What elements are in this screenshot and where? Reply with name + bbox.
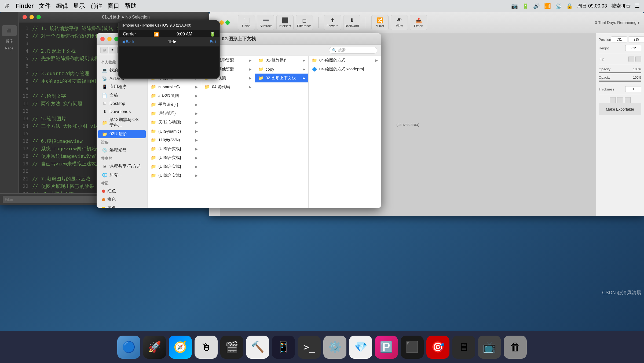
sketch-max[interactable] <box>225 20 230 25</box>
view-list-btn[interactable]: ≡ <box>109 47 116 53</box>
sidebar-item-course-share[interactable]: 🖥 课程共享-马方超 <box>98 162 146 170</box>
sidebar-item-02ui[interactable]: 📁 02UI进阶 <box>98 130 146 138</box>
dock-mouse[interactable]: 🖱 <box>195 336 218 359</box>
sidebar-tag-yellow[interactable]: 黄色 <box>98 204 146 208</box>
dock-finder[interactable]: 🔵 <box>117 336 140 359</box>
iphone-nav-back[interactable]: ◀ Back <box>122 39 134 44</box>
flip-v-button[interactable] <box>635 56 641 62</box>
y-input[interactable] <box>628 37 644 42</box>
dock-video2[interactable]: 🎯 <box>426 336 449 359</box>
col1-item-3[interactable]: 📁 rController}} ▶ <box>148 82 201 91</box>
dock-sketch[interactable]: 💎 <box>349 336 372 359</box>
dock-screen[interactable]: 🖥 <box>452 336 475 359</box>
lock-icon[interactable]: 🔒 <box>566 3 573 9</box>
col3-item-2[interactable]: 📁 02-图形上下文栈 ▶ <box>255 74 308 82</box>
sidebar-item-apps[interactable]: 📱 应用程序 <box>98 83 146 91</box>
finder-min[interactable] <box>107 37 112 41</box>
menu-edit[interactable]: 编辑 <box>56 2 68 10</box>
search-pinyin-label[interactable]: 搜索拼音 <box>611 3 631 9</box>
sidebar-item-blackhorse[interactable]: 📁 第13期黑马iOS学科... <box>98 116 146 130</box>
finder-search[interactable]: 🔍 搜索 <box>329 47 377 54</box>
sidebar-item-docs[interactable]: 📄 文稿 <box>98 91 146 100</box>
col1-item-4[interactable]: 📁 artz2D 绘图 ▶ <box>148 91 201 100</box>
menu-finder[interactable]: Finder <box>16 2 34 9</box>
col4-item-1[interactable]: 🔷 04-绘图的方式.xcodeproj <box>309 65 381 74</box>
sidebar-item-downloads[interactable]: ⬇ Downloads <box>98 108 146 115</box>
intersect-button[interactable]: ⬛ Intersect <box>276 15 294 30</box>
height-input[interactable] <box>625 45 641 51</box>
volume-icon[interactable]: 🔊 <box>533 3 540 9</box>
sidebar-item-remote-disc[interactable]: 💿 远程光盘 <box>98 146 146 154</box>
make-exportable-button[interactable]: Make Exportable <box>599 103 641 115</box>
menu-extra-icon[interactable]: ☰ <box>635 3 640 9</box>
export-button[interactable]: 📤 Export <box>410 15 427 30</box>
col1-item-8[interactable]: 📁 (UIGynamic) ▶ <box>148 127 201 136</box>
close-button[interactable] <box>23 15 27 19</box>
mirror-button[interactable]: 🔀 Mirror <box>371 15 389 30</box>
opacity2-value: 100% <box>633 76 641 79</box>
search-icon: 🔍 <box>332 48 336 52</box>
apple-menu[interactable]: ⌘ <box>4 3 9 9</box>
maximize-button[interactable] <box>36 15 41 19</box>
col1-item-9[interactable]: 📁 110天(SVN) ▶ <box>148 136 201 144</box>
col2-item-3[interactable]: 📁 04-源代码 ▶ <box>201 82 255 91</box>
col3-item-0[interactable]: 📁 01-矩阵操作 ▶ <box>255 56 308 65</box>
xcodeproj-icon: 🔷 <box>312 67 317 72</box>
menu-file[interactable]: 文件 <box>39 2 51 10</box>
iphone-nav-action[interactable]: Edit <box>210 39 216 44</box>
col4-item-0[interactable]: 📁 04-绘图的方式 ▶ <box>309 56 381 65</box>
wifi-icon[interactable]: 📶 <box>544 3 551 9</box>
bluetooth-icon[interactable]: 📡 <box>555 3 562 9</box>
col1-item-6[interactable]: 📁 运行循环} ▶ <box>148 109 201 118</box>
subtract-button[interactable]: ➖ Subtract <box>257 15 274 30</box>
opacity2-label: Opacity <box>599 75 610 79</box>
dock-pink-app[interactable]: 🅿️ <box>375 336 398 359</box>
screen-capture-icon[interactable]: 📷 <box>511 3 518 9</box>
view-button[interactable]: 👁 View <box>391 15 408 30</box>
col1-item-7[interactable]: 📁 天(核心动画) ▶ <box>148 118 201 127</box>
dock-app1[interactable]: 📱 <box>272 336 295 359</box>
minimize-button[interactable] <box>30 15 34 19</box>
dock-prefs[interactable]: ⚙️ <box>323 336 346 359</box>
menu-window[interactable]: 窗口 <box>108 2 119 10</box>
thickness-input[interactable] <box>625 86 641 92</box>
sidebar-item-desktop[interactable]: 🖥 Desktop <box>98 100 146 107</box>
sidebar-item-all-shared[interactable]: 🌐 所有... <box>98 171 146 179</box>
col3-item-1[interactable]: 📁 copy ▶ <box>255 65 308 74</box>
finder-close[interactable] <box>100 37 105 41</box>
sidebar-tag-red[interactable]: 红色 <box>98 187 146 195</box>
difference-button[interactable]: ◻ Difference <box>296 15 313 30</box>
desktop: ⬛ 暂停 Page 01-恩路.h ● No Selection 12345 6… <box>0 12 644 331</box>
backward-button[interactable]: ⬇ Backward <box>343 15 360 30</box>
col1-item-12[interactable]: 📁 {UI综合实战} ▶ <box>148 162 201 171</box>
col1-item-13[interactable]: 📁 {UI综合实战} ▶ <box>148 171 201 180</box>
union-button[interactable]: ⬜ Union <box>238 15 255 30</box>
col1-item-10[interactable]: 📁 {UI综合实战} ▶ <box>148 144 201 153</box>
col1-item-11[interactable]: 📁 {UI综合实战} ▶ <box>148 153 201 162</box>
menu-view[interactable]: 显示 <box>73 2 85 10</box>
menu-go[interactable]: 前往 <box>90 2 102 10</box>
menu-help[interactable]: 帮助 <box>125 2 137 10</box>
sidebar-tag-orange[interactable]: 橙色 <box>98 195 146 204</box>
col1-item-5[interactable]: 📁 手势识别} } ▶ <box>148 100 201 109</box>
position-row: Position <box>599 37 641 42</box>
dock-launchpad[interactable]: 🚀 <box>143 336 166 359</box>
dock-safari[interactable]: 🧭 <box>169 336 192 359</box>
align-center-button[interactable] <box>617 97 623 103</box>
sketch-min[interactable] <box>219 20 224 25</box>
forward-button[interactable]: ⬆ Forward <box>324 15 341 30</box>
dock-terminal[interactable]: >_ <box>298 336 321 359</box>
dock-black-app[interactable]: ⬛ <box>401 336 424 359</box>
search-placeholder: 搜索 <box>338 48 346 53</box>
flip-h-button[interactable] <box>628 56 634 62</box>
stop-button[interactable]: ⬛ <box>2 25 17 36</box>
x-input[interactable] <box>611 37 627 42</box>
dock-video[interactable]: 🎬 <box>220 336 243 359</box>
dock-display[interactable]: 📺 <box>478 336 501 359</box>
align-left-button[interactable] <box>610 97 616 103</box>
dock-trash[interactable]: 🗑 <box>504 336 527 359</box>
align-right-button[interactable] <box>625 97 631 103</box>
dock-hammer[interactable]: 🔨 <box>246 336 269 359</box>
view-icon-btn[interactable]: ⊞ <box>100 47 108 53</box>
sketch-arrange: ⬆ Forward ⬇ Backward <box>324 15 360 30</box>
